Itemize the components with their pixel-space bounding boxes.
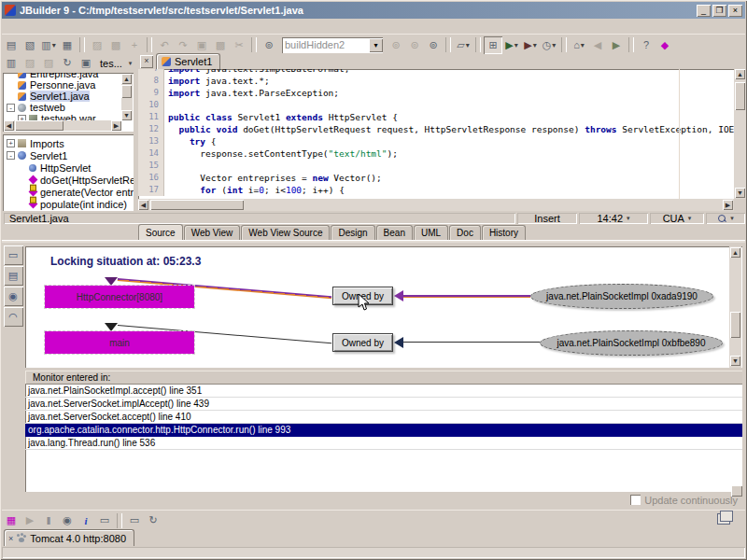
refresh-threads-button[interactable]: ↻ [144,511,162,529]
project-tree-item[interactable]: Personne.java [3,79,119,91]
run-project-button[interactable]: ▶ [502,36,521,54]
thread-box-httpconnector[interactable]: HttpConnector[8080] [45,286,194,308]
menu-item[interactable] [54,25,67,27]
structure-tree-item[interactable]: generate(Vector entrepr [3,186,134,198]
tree-expander-icon[interactable] [7,92,15,101]
structure-tree-item[interactable]: populate(int indice) [3,198,134,210]
tree-expander-icon[interactable] [18,188,26,196]
code-line[interactable]: 12 public void doGet(HttpServletRequest … [138,123,734,135]
paste-button[interactable]: ▩ [211,36,230,54]
chevron-down-icon[interactable]: ▾ [369,38,383,52]
code-line[interactable]: 16 Vector entreprises = new Vector(); [138,172,734,184]
copy-button[interactable]: ▣ [192,36,211,54]
title-bar[interactable]: JBuilder 9 - C:/tmp/testservlet/src/test… [2,2,745,19]
view-tab[interactable]: Bean [376,225,413,240]
menu-item[interactable] [28,25,41,27]
project-properties-button[interactable]: ▱ [454,36,472,54]
scroll-up-icon[interactable]: ▲ [730,247,740,258]
resume-program-button[interactable]: ▶ [21,511,39,529]
monitor-row[interactable]: org.apache.catalina.connector.http.HttpC… [25,424,742,437]
toggle-curtain-button[interactable]: ⊞ [484,36,502,54]
view-tab[interactable]: UML [414,225,448,240]
view-tab[interactable]: History [482,225,526,240]
sync-view-button[interactable]: ▭ [125,511,144,529]
tree-expander-icon[interactable] [7,81,15,90]
remove-from-project-button[interactable]: ▨ [39,54,58,72]
help-button[interactable]: ? [637,36,655,54]
scrollbar-thumb[interactable] [15,120,63,131]
code-editor[interactable]: 7 import java.text.SimpleDateFormat; 8 i… [138,69,734,199]
save-all-button[interactable]: ▦ [58,36,77,54]
debug-sync-view-button[interactable]: ◉ [4,287,23,306]
code-line[interactable]: 9 import java.text.ParseException; [138,87,734,99]
close-file-icon[interactable]: × [140,55,153,68]
scroll-down-icon[interactable]: ▼ [735,188,745,198]
project-tree-item[interactable]: - testweb [3,102,119,113]
scrollbar-thumb[interactable] [730,312,740,338]
code-line[interactable]: 11 public class Servlet1 extends HttpSer… [138,111,734,123]
project-tree-vscrollbar[interactable]: ▲ ▼ [121,74,133,120]
monitor-row[interactable]: java.net.ServerSocket.implAccept() line … [25,398,742,411]
undo-button[interactable]: ↶ [155,36,174,54]
project-selector[interactable]: tes... ▾ [97,58,132,69]
menu-item[interactable] [15,25,28,27]
structure-tree-item[interactable]: doGet(HttpServletReque [3,174,134,186]
code-line[interactable]: 17 for (int i=0; i<100; i++) { [138,184,734,196]
panel-maximize-button[interactable] [731,485,742,497]
tree-expander-icon[interactable] [18,200,26,208]
menu-item[interactable] [41,25,54,27]
code-line[interactable]: 13 try { [138,135,734,147]
scrollbar-thumb[interactable] [121,85,132,98]
search-definition-button[interactable]: ⊚ [405,36,424,54]
editor-vscrollbar[interactable]: ▲ ▼ [734,69,746,199]
lock-object-ellipse[interactable]: java.net.PlainSocketImpl 0xbfbe890 [540,330,723,356]
show-execution-point-button[interactable]: i [77,511,95,529]
menu-item[interactable] [2,25,15,27]
close-project-button[interactable]: ▨ [21,54,39,72]
menu-item[interactable] [80,25,93,27]
view-tab[interactable]: Web View [184,225,241,240]
refresh-project-button[interactable]: ↻ [58,54,77,72]
menu-item[interactable] [106,25,120,27]
project-tree-item[interactable]: Entreprise.java [3,73,119,79]
code-line[interactable]: 14 response.setContentType("text/html"); [138,147,734,160]
search-references-button[interactable]: ⊚ [424,36,443,54]
thread-box-main[interactable]: main [45,331,194,354]
scroll-down-icon[interactable]: ▼ [730,356,740,366]
code-line[interactable]: 8 import java.text.*; [138,75,734,87]
smart-swap-button[interactable]: ◉ [58,511,77,529]
debug-project-button[interactable]: ▶ [521,36,540,54]
scroll-right-icon[interactable]: ▶ [723,200,733,210]
keymap-indicator[interactable]: CUA ▾ [650,213,704,224]
debug-console-view-button[interactable]: ▭ [4,245,23,265]
scroll-up-icon[interactable]: ▲ [121,74,132,84]
view-tab[interactable]: Source [138,224,183,240]
menu-item[interactable] [120,25,133,27]
scrollbar-thumb[interactable] [150,200,244,210]
save-button[interactable]: ▥ [39,36,58,54]
zoom-control[interactable]: ▾ [706,213,745,224]
monitor-row[interactable]: java.net.PlainSocketImpl.accept() line 3… [25,385,742,398]
debug-threads-view-button[interactable]: ▤ [4,266,23,286]
project-tree-item[interactable]: Servlet1.java [3,91,119,102]
back-button[interactable]: ◀ [588,36,607,54]
scroll-right-icon[interactable]: ▶ [111,120,121,131]
redo-button[interactable]: ↷ [174,36,192,54]
menu-item[interactable] [93,25,106,27]
search-target-combo[interactable]: buildHidden2 ▾ [282,37,383,53]
structure-tree-item[interactable]: - Servlet1 [3,149,134,161]
open-file-button[interactable]: ▧ [21,36,39,54]
view-tab[interactable]: Doc [449,225,481,240]
structure-tree-item[interactable]: HttpServlet [3,161,134,174]
tab-tomcat[interactable]: × Tomcat 4.0 http:8080 [4,529,134,546]
diagram-vscrollbar[interactable]: ▲ ▼ [729,246,741,368]
tree-expander-icon[interactable]: + [7,139,15,147]
scroll-up-icon[interactable]: ▲ [735,69,745,79]
format-button[interactable]: + [125,36,144,54]
tree-expander-icon[interactable] [18,175,26,184]
lock-object-ellipse[interactable]: java.net.PlainSocketImpl 0xada9190 [530,284,713,309]
cut-button[interactable]: ✂ [230,36,248,54]
palette-button[interactable]: ◆ [655,36,674,54]
tree-expander-icon[interactable]: - [7,104,15,112]
close-button[interactable]: × [728,5,742,17]
